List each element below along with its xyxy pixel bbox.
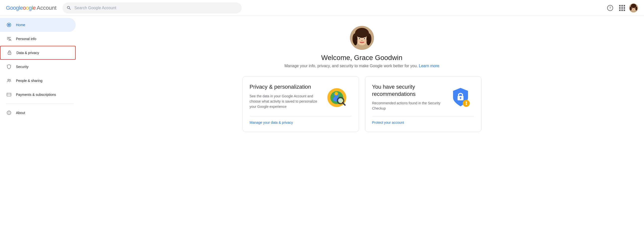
sidebar-item-people-sharing[interactable]: People & sharing: [0, 74, 76, 88]
data-privacy-icon: [6, 50, 12, 56]
security-card[interactable]: You have security recommendations Recomm…: [365, 76, 482, 132]
sidebar-item-security[interactable]: Security: [0, 60, 76, 74]
about-icon: [6, 110, 12, 116]
main-content: Welcome, Grace Goodwin Manage your info,…: [80, 16, 644, 249]
sidebar-item-about-label: About: [16, 111, 25, 115]
sidebar: Home Personal info: [0, 16, 80, 249]
avatar[interactable]: [629, 4, 638, 12]
sidebar-item-data-privacy[interactable]: Data & privacy: [0, 46, 76, 60]
sidebar-item-people-sharing-label: People & sharing: [16, 79, 42, 83]
security-card-footer: Protect your account: [372, 116, 474, 125]
profile-avatar-image: [350, 26, 374, 50]
svg-point-17: [9, 53, 10, 54]
svg-point-39: [364, 40, 368, 42]
svg-rect-15: [7, 39, 9, 40]
svg-point-18: [8, 79, 9, 80]
security-illustration: [447, 84, 474, 111]
apps-button[interactable]: [617, 3, 627, 13]
svg-point-47: [338, 98, 343, 103]
sidebar-item-data-privacy-label: Data & privacy: [16, 51, 39, 55]
privacy-card-content: Privacy & personalization See the data i…: [250, 84, 352, 111]
svg-point-11: [8, 24, 10, 26]
sidebar-item-home[interactable]: Home: [0, 18, 76, 32]
person-info-icon: [6, 36, 12, 42]
search-bar: [62, 2, 242, 14]
svg-rect-21: [7, 94, 11, 95]
svg-point-53: [466, 104, 467, 105]
svg-point-30: [356, 28, 368, 38]
privacy-svg: [326, 85, 350, 110]
security-card-title: You have security recommendations: [372, 84, 443, 98]
account-wordmark: Account: [36, 5, 56, 11]
layout: Home Personal info: [0, 16, 644, 249]
home-icon: [6, 22, 12, 28]
svg-point-38: [356, 40, 360, 42]
svg-point-36: [364, 38, 365, 39]
svg-rect-50: [460, 98, 461, 99]
profile-section: Welcome, Grace Goodwin Manage your info,…: [284, 26, 439, 68]
learn-more-link[interactable]: Learn more: [419, 64, 439, 68]
svg-rect-12: [7, 37, 11, 38]
privacy-card-title: Privacy & personalization: [250, 84, 320, 91]
profile-avatar: [350, 26, 374, 50]
sidebar-divider: [6, 104, 74, 104]
sidebar-item-home-label: Home: [16, 23, 25, 27]
sidebar-item-about[interactable]: About: [0, 106, 76, 120]
payments-icon: [6, 92, 12, 98]
search-input[interactable]: [74, 6, 238, 10]
privacy-illustration: [324, 84, 352, 111]
svg-point-6: [631, 4, 636, 8]
security-icon: [6, 64, 12, 70]
svg-point-8: [634, 8, 635, 8]
people-sharing-icon: [6, 78, 12, 84]
apps-icon: [619, 5, 625, 11]
privacy-card[interactable]: Privacy & personalization See the data i…: [242, 76, 359, 132]
svg-point-35: [359, 38, 360, 39]
security-card-desc: Recommended actions found in the Securit…: [372, 100, 443, 111]
privacy-card-desc: See the data in your Google Account and …: [250, 94, 320, 109]
search-icon: [66, 6, 72, 10]
svg-rect-52: [466, 101, 467, 104]
security-svg: [449, 86, 472, 108]
svg-rect-13: [7, 38, 10, 39]
svg-rect-23: [9, 112, 9, 114]
cards-row: Privacy & personalization See the data i…: [242, 76, 482, 132]
help-icon: ?: [607, 5, 613, 11]
help-button[interactable]: ?: [605, 3, 615, 13]
svg-point-44: [334, 92, 338, 95]
svg-point-24: [9, 112, 9, 112]
welcome-subtitle: Manage your info, privacy, and security …: [284, 64, 439, 68]
security-card-link[interactable]: Protect your account: [372, 120, 404, 124]
sidebar-item-payments[interactable]: Payments & subscriptions: [0, 88, 76, 102]
security-card-text: You have security recommendations Recomm…: [372, 84, 447, 111]
logo-g: Google: [6, 5, 23, 11]
security-card-content: You have security recommendations Recomm…: [372, 84, 474, 111]
header: Googleoogle Account ?: [0, 0, 644, 16]
sidebar-item-payments-label: Payments & subscriptions: [16, 93, 56, 96]
privacy-card-footer: Manage your data & privacy: [250, 116, 352, 125]
sidebar-item-personal-info[interactable]: Personal info: [0, 32, 76, 46]
avatar-image: [629, 4, 638, 12]
google-wordmark: Googleoogle: [6, 5, 36, 11]
header-right: ?: [605, 3, 638, 13]
svg-point-19: [10, 80, 10, 80]
privacy-card-text: Privacy & personalization See the data i…: [250, 84, 324, 109]
svg-point-7: [632, 8, 633, 8]
sidebar-item-personal-info-label: Personal info: [16, 37, 36, 41]
welcome-title: Welcome, Grace Goodwin: [321, 54, 402, 62]
svg-point-9: [633, 9, 634, 9]
privacy-card-link[interactable]: Manage your data & privacy: [250, 120, 293, 124]
sidebar-item-security-label: Security: [16, 65, 29, 69]
google-account-logo[interactable]: Googleoogle Account: [6, 5, 56, 11]
svg-point-37: [361, 40, 363, 41]
